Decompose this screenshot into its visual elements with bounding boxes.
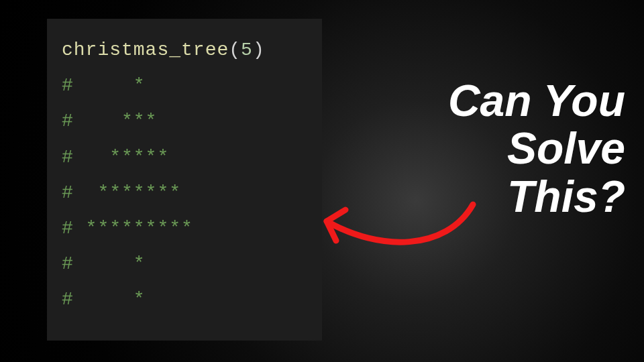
close-paren: ) bbox=[253, 40, 265, 60]
output-line: # * bbox=[62, 75, 146, 96]
output-line: # * bbox=[62, 253, 146, 274]
function-name: christmas_tree bbox=[62, 40, 229, 60]
code-block: christmas_tree(5) # * # *** # ***** # **… bbox=[62, 32, 307, 318]
output-line: # ***** bbox=[62, 147, 169, 168]
code-panel: christmas_tree(5) # * # *** # ***** # **… bbox=[47, 19, 322, 341]
open-paren: ( bbox=[229, 40, 241, 60]
argument: 5 bbox=[241, 40, 253, 60]
headline-line-1: Can You bbox=[384, 77, 625, 125]
slide: christmas_tree(5) # * # *** # ***** # **… bbox=[0, 0, 644, 362]
output-line: # *** bbox=[62, 111, 157, 131]
arrow-path bbox=[327, 204, 473, 242]
output-line: # ******* bbox=[62, 182, 181, 203]
arrow-icon bbox=[305, 184, 480, 265]
output-line: # ********* bbox=[62, 218, 193, 239]
headline-line-2: Solve bbox=[384, 125, 625, 172]
output-line: # * bbox=[62, 289, 146, 310]
